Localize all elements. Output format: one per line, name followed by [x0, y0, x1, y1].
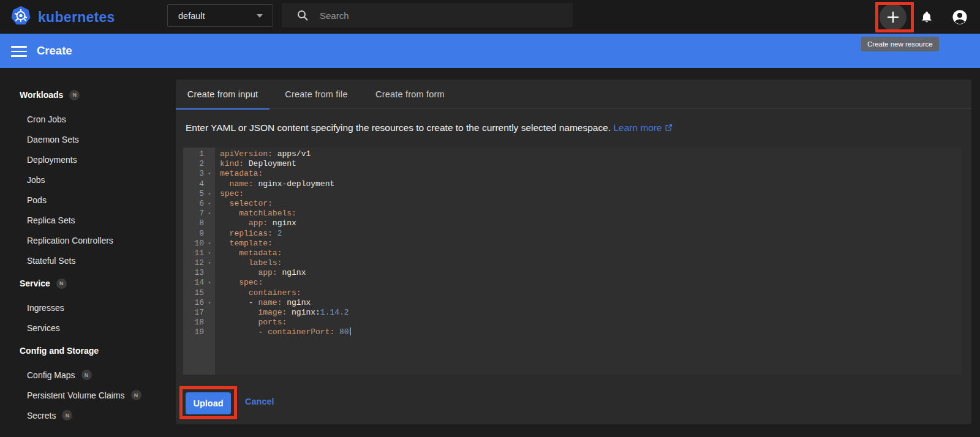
brand-name: kubernetes: [38, 9, 115, 26]
code-text: - containerPort: 80: [215, 327, 351, 337]
code-text: containers:: [215, 288, 301, 298]
line-number: 7: [183, 209, 204, 219]
sidebar-section-config-and-storage[interactable]: Config and Storage: [0, 342, 176, 360]
code-text: kind: Deployment: [215, 159, 296, 169]
notifications-button[interactable]: [913, 4, 940, 31]
namespaced-badge: N: [69, 90, 80, 100]
line-number: 15: [183, 288, 204, 298]
upload-button[interactable]: Upload: [186, 392, 231, 414]
menu-icon[interactable]: [11, 44, 27, 58]
sidebar-item-daemon-sets[interactable]: Daemon Sets: [0, 129, 176, 149]
namespaced-badge: N: [62, 410, 72, 420]
fold-caret-icon[interactable]: ▾: [204, 199, 215, 209]
line-number: 13: [183, 268, 204, 278]
chevron-down-icon: [257, 14, 263, 18]
fold-caret-icon[interactable]: ▾: [204, 258, 215, 268]
code-line: 17 image: nginx:1.14.2: [183, 308, 962, 318]
fold-caret-icon[interactable]: ▾: [204, 298, 215, 308]
search-input[interactable]: Search: [282, 3, 573, 28]
sidebar-section-items: Config MapsNPersistent Volume ClaimsNSec…: [0, 365, 176, 425]
sidebar-section-workloads[interactable]: WorkloadsN: [0, 86, 176, 104]
code-text: metadata:: [215, 169, 263, 179]
tab-create-from-input[interactable]: Create from input: [176, 80, 270, 109]
line-number: 10: [183, 239, 204, 248]
code-text: image: nginx:1.14.2: [215, 308, 349, 318]
sidebar-item-secrets[interactable]: SecretsN: [0, 405, 176, 425]
code-line: 2kind: Deployment: [183, 159, 962, 169]
code-text: replicas: 2: [215, 229, 282, 239]
tab-create-from-file[interactable]: Create from file: [270, 80, 363, 109]
sidebar-item-label: Deployments: [27, 155, 77, 165]
sidebar-item-replication-controllers[interactable]: Replication Controllers: [0, 230, 176, 250]
sidebar-item-ingresses[interactable]: Ingresses: [0, 297, 176, 318]
fold-caret-icon[interactable]: ▾: [204, 239, 215, 248]
search-icon: [296, 9, 309, 21]
tab-create-from-form[interactable]: Create from form: [363, 80, 457, 109]
sidebar-item-replica-sets[interactable]: Replica Sets: [0, 210, 176, 230]
external-link-icon: [665, 122, 673, 135]
fold-caret-icon[interactable]: ▾: [204, 189, 215, 199]
fold-spacer: [204, 268, 215, 278]
line-number: 12: [183, 258, 204, 268]
sidebar-item-label: Secrets: [27, 411, 56, 420]
code-line: 1apiVersion: apps/v1: [183, 149, 962, 159]
sidebar-item-label: Services: [27, 323, 60, 333]
fold-spacer: [204, 219, 215, 228]
instruction-text: Enter YAML or JSON content specifying th…: [186, 121, 673, 135]
sidebar-nav: WorkloadsNCron JobsDaemon SetsDeployment…: [0, 68, 176, 437]
app-bar: Create: [0, 34, 980, 68]
line-number: 16: [183, 298, 204, 308]
sidebar-item-jobs[interactable]: Jobs: [0, 170, 176, 190]
line-number: 14: [183, 278, 204, 288]
line-number: 6: [183, 199, 204, 209]
fold-spacer: [204, 327, 215, 337]
sidebar-item-label: Jobs: [27, 175, 45, 185]
code-line: 12▾ labels:: [183, 258, 962, 268]
line-number: 5: [183, 189, 204, 199]
sidebar-item-services[interactable]: Services: [0, 318, 176, 338]
sidebar-item-label: Daemon Sets: [27, 135, 79, 144]
code-line: 13 app: nginx: [183, 268, 962, 278]
sidebar-item-label: Stateful Sets: [27, 256, 75, 266]
annotation-box-create-button: [875, 2, 914, 32]
fold-caret-icon[interactable]: ▾: [204, 278, 215, 288]
cancel-button[interactable]: Cancel: [245, 397, 274, 406]
namespace-selector[interactable]: default: [167, 4, 273, 27]
sidebar-item-deployments[interactable]: Deployments: [0, 149, 176, 170]
create-card: Create from inputCreate from fileCreate …: [176, 80, 971, 424]
editor-code-lines: 1apiVersion: apps/v12kind: Deployment3▾m…: [183, 149, 962, 338]
sidebar-section-service[interactable]: ServiceN: [0, 274, 176, 293]
fold-caret-icon[interactable]: ▾: [204, 248, 215, 258]
learn-more-link[interactable]: Learn more: [613, 122, 672, 133]
fold-spacer: [204, 159, 215, 169]
code-text: - name: nginx: [215, 298, 311, 308]
fold-spacer: [204, 318, 215, 327]
brand-home-link[interactable]: kubernetes: [10, 4, 115, 30]
fold-spacer: [204, 308, 215, 318]
sidebar-item-pods[interactable]: Pods: [0, 190, 176, 210]
line-number: 1: [183, 149, 204, 159]
sidebar-item-label: Cron Jobs: [27, 114, 66, 124]
text-cursor: [350, 327, 351, 335]
fold-spacer: [204, 288, 215, 298]
sidebar-item-persistent-volume-claims[interactable]: Persistent Volume ClaimsN: [0, 385, 176, 405]
fold-caret-icon[interactable]: ▾: [204, 169, 215, 179]
tooltip-create-new-resource: Create new resource: [861, 37, 939, 51]
instruction-body: Enter YAML or JSON content specifying th…: [186, 122, 611, 133]
sidebar-item-config-maps[interactable]: Config MapsN: [0, 365, 176, 385]
namespaced-badge: N: [56, 278, 67, 289]
namespace-selected-value: default: [178, 11, 257, 21]
sidebar-item-cron-jobs[interactable]: Cron Jobs: [0, 109, 176, 129]
line-number: 4: [183, 179, 204, 189]
kubernetes-logo-icon: [10, 5, 32, 29]
code-line: 19 - containerPort: 80: [183, 327, 962, 337]
code-text: metadata:: [215, 248, 282, 258]
yaml-editor[interactable]: 1apiVersion: apps/v12kind: Deployment3▾m…: [183, 148, 962, 375]
sidebar-item-stateful-sets[interactable]: Stateful Sets: [0, 250, 176, 271]
fold-caret-icon[interactable]: ▾: [204, 209, 215, 219]
line-number: 3: [183, 169, 204, 179]
code-line: 7▾ matchLabels:: [183, 209, 962, 219]
account-button[interactable]: [946, 4, 973, 31]
sidebar-section-label: Config and Storage: [20, 346, 99, 356]
code-line: 14▾ spec:: [183, 278, 962, 288]
